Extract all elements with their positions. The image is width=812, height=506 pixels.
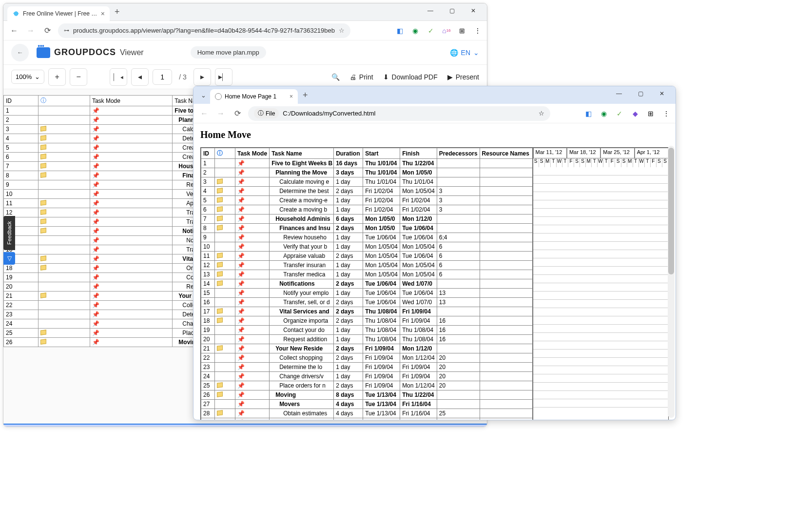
column-header[interactable]: Task Name — [270, 148, 334, 159]
table-row[interactable]: 25📌Place orders for n2 daysFri 1/09/04Mo… — [201, 381, 533, 390]
close-icon[interactable]: ✕ — [651, 86, 673, 101]
app-back-button[interactable]: ← — [11, 44, 29, 61]
maximize-icon[interactable]: ▢ — [630, 86, 651, 101]
table-row[interactable]: 27📌Movers4 daysTue 1/13/04Fri 1/16/04 — [201, 400, 533, 409]
feedback-tab[interactable]: Feedback — [3, 216, 15, 250]
forward-icon[interactable]: → — [215, 108, 227, 119]
table-row[interactable]: 12📌Transfer insuran1 dayMon 1/05/04Mon 1… — [201, 261, 533, 270]
ext-icon[interactable]: ⌂16 — [442, 26, 451, 35]
reload-icon[interactable]: ⟳ — [41, 25, 53, 37]
cell-indicator — [38, 171, 90, 180]
maximize-icon[interactable]: ▢ — [441, 3, 463, 18]
ext-icon[interactable]: ◆ — [631, 109, 639, 118]
table-row[interactable]: 11📌Appraise valuab2 daysMon 1/05/04Tue 1… — [201, 252, 533, 261]
table-row[interactable]: 1📌Five to Eight Weeks B16 daysThu 1/01/0… — [201, 159, 533, 168]
scrollbar-horizontal[interactable] — [3, 424, 487, 427]
table-row[interactable]: 8📌Finances and Insu2 daysMon 1/05/0Tue 1… — [201, 224, 533, 233]
print-button[interactable]: 🖨 Print — [349, 73, 373, 81]
minimize-icon[interactable]: — — [420, 3, 441, 18]
prev-page-button[interactable]: ◂ — [131, 68, 149, 86]
bookmark-icon[interactable]: ☆ — [339, 27, 345, 34]
table-row[interactable]: 21📌Your New Reside2 daysFri 1/09/04Mon 1… — [201, 344, 533, 353]
column-header[interactable]: ⓘ — [215, 148, 235, 159]
task-mode-icon: 📌 — [237, 215, 245, 222]
ext-icon[interactable]: ◧ — [584, 109, 593, 118]
column-header[interactable]: ID — [4, 96, 39, 106]
zoom-in-button[interactable]: + — [48, 68, 66, 86]
column-header[interactable]: Resource Names — [480, 148, 532, 159]
language-selector[interactable]: 🌐 EN ⌄ — [450, 49, 479, 57]
close-icon[interactable]: × — [290, 93, 293, 100]
new-tab-button[interactable]: + — [110, 7, 125, 17]
column-header[interactable]: Finish — [400, 148, 437, 159]
ext-icon[interactable]: ◧ — [395, 26, 404, 35]
column-header[interactable]: ⓘ — [38, 96, 90, 106]
table-row[interactable]: 14📌Notifications2 daysTue 1/06/04Wed 1/0… — [201, 279, 533, 289]
table-row[interactable]: 7📌Household Adminis6 daysMon 1/05/0Mon 1… — [201, 214, 533, 224]
table-row[interactable]: 24📌Change drivers/v1 dayFri 1/09/04Fri 1… — [201, 372, 533, 381]
browser-tab[interactable]: 👁 Free Online Viewer | Free Grou… × — [7, 6, 110, 21]
new-tab-button[interactable]: + — [298, 90, 313, 100]
table-row[interactable]: 18📌Organize importa2 daysThu 1/08/04Fri … — [201, 316, 533, 326]
table-row[interactable]: 28📌Obtain estimates4 daysTue 1/13/04Fri … — [201, 409, 533, 418]
column-header[interactable]: Task Mode — [90, 96, 172, 106]
cell-indicator — [215, 326, 235, 335]
minimize-icon[interactable]: — — [608, 86, 630, 101]
bookmark-icon[interactable]: ☆ — [539, 110, 544, 117]
table-row[interactable]: 2📌Planning the Move3 daysThu 1/01/04Mon … — [201, 168, 533, 177]
table-row[interactable]: 22📌Collect shopping2 daysFri 1/09/04Mon … — [201, 353, 533, 363]
table-row[interactable]: 16📌Transfer, sell, or d2 daysTue 1/06/04… — [201, 298, 533, 307]
table-row[interactable]: 9📌Review househo1 dayTue 1/06/04Tue 1/06… — [201, 233, 533, 242]
ext-icon[interactable]: ✓ — [426, 26, 435, 35]
file-chip[interactable]: Home move plan.mpp — [191, 46, 266, 58]
table-row[interactable]: 17📌Vital Services and2 daysThu 1/08/04Fr… — [201, 307, 533, 316]
search-button[interactable]: 🔍 — [331, 73, 340, 81]
table-row[interactable]: 6📌Create a moving b1 dayFri 1/02/04Fri 1… — [201, 205, 533, 214]
scrollbar-thumb[interactable] — [668, 148, 674, 274]
url-input[interactable]: ⓘ File C:/Downloads/myConverted.html ☆ — [248, 106, 550, 121]
column-header[interactable]: Task Mode — [235, 148, 270, 159]
close-icon[interactable]: × — [101, 10, 105, 18]
first-page-button[interactable]: ⎸◂ — [110, 68, 127, 86]
table-row[interactable]: 26📌Moving8 daysTue 1/13/04Thu 1/22/04 — [201, 390, 533, 400]
ext-icon[interactable]: ◉ — [411, 26, 420, 35]
back-icon[interactable]: ← — [8, 25, 20, 37]
table-row[interactable]: 13📌Transfer medica1 dayMon 1/05/04Mon 1/… — [201, 270, 533, 279]
menu-icon[interactable]: ⋮ — [662, 109, 671, 118]
tab-search-icon[interactable]: ⌄ — [196, 88, 210, 102]
scrollbar-vertical[interactable] — [668, 146, 675, 418]
table-row[interactable]: 29📌Request referen1 dayTue 1/13/04Tue 1/… — [201, 418, 533, 420]
close-icon[interactable]: ✕ — [463, 3, 484, 18]
url-input[interactable]: ⊶ products.groupdocs.app/viewer/app/?lan… — [58, 23, 350, 38]
table-row[interactable]: 15📌Notify your emplo1 dayTue 1/06/04Tue … — [201, 289, 533, 298]
page-input[interactable] — [153, 69, 172, 85]
download-button[interactable]: ⬇ Download PDF — [383, 73, 438, 81]
menu-icon[interactable]: ⋮ — [473, 26, 482, 35]
column-header[interactable]: Predecessors — [437, 148, 480, 159]
browser-tab[interactable]: Home Move Page 1 × — [210, 89, 298, 104]
forward-icon[interactable]: → — [25, 25, 37, 37]
present-button[interactable]: ▶ Present — [447, 73, 479, 81]
column-header[interactable]: Duration — [334, 148, 363, 159]
table-row[interactable]: 4📌Determine the best2 daysFri 1/02/04Mon… — [201, 187, 533, 196]
zoom-out-button[interactable]: − — [70, 68, 87, 86]
column-header[interactable]: Start — [363, 148, 400, 159]
table-row[interactable]: 19📌Contact your do1 dayThu 1/08/04Thu 1/… — [201, 326, 533, 335]
last-page-button[interactable]: ▸⎸ — [215, 68, 232, 86]
ext-icon[interactable]: ✓ — [615, 109, 624, 118]
site-settings-icon[interactable]: ⊶ — [64, 27, 69, 34]
zoom-select[interactable]: 100% ⌄ — [11, 70, 44, 84]
table-row[interactable]: 20📌Request addition1 dayThu 1/08/04Thu 1… — [201, 335, 533, 344]
back-icon[interactable]: ← — [198, 108, 210, 119]
table-row[interactable]: 10📌Verify that your b1 dayMon 1/05/04Mon… — [201, 242, 533, 252]
table-row[interactable]: 23📌Determine the lo1 dayFri 1/09/04Fri 1… — [201, 363, 533, 372]
reload-icon[interactable]: ⟳ — [232, 108, 243, 119]
extensions-icon[interactable]: ⊞ — [646, 109, 655, 118]
filter-tab[interactable]: ▽ — [3, 252, 15, 265]
ext-icon[interactable]: ◉ — [599, 109, 608, 118]
table-row[interactable]: 5📌Create a moving-e1 dayFri 1/02/04Fri 1… — [201, 196, 533, 205]
extensions-icon[interactable]: ⊞ — [458, 26, 466, 35]
column-header[interactable]: ID — [201, 148, 215, 159]
next-page-button[interactable]: ▸ — [193, 68, 211, 86]
table-row[interactable]: 3📌Calculate moving e1 dayThu 1/01/04Thu … — [201, 177, 533, 187]
